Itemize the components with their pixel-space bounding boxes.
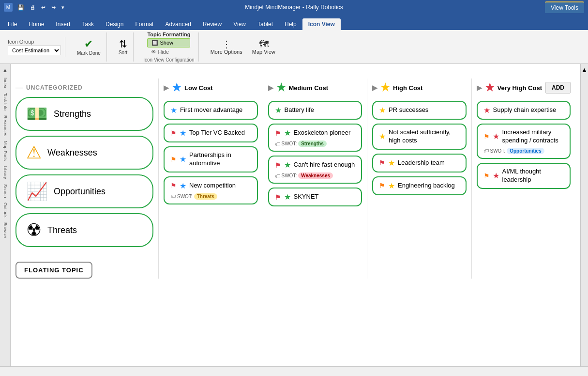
tab-advanced[interactable]: Advanced (159, 18, 196, 30)
tab-home[interactable]: Home (23, 18, 50, 30)
sidebar-item-taskinfo[interactable]: Task Info (2, 91, 9, 112)
hide-icon: 👁 (151, 49, 156, 55)
weaknesses-card[interactable]: ⚠ Weaknesses (15, 136, 153, 170)
card-military-content: ⚑ ★ Increased military spending / contra… (483, 128, 564, 145)
star-green-icon3: ★ (284, 160, 291, 170)
tab-task[interactable]: Task (76, 18, 100, 30)
sort-button[interactable]: ⇅ Sort (117, 37, 129, 56)
flag-red-icon: ⚑ (170, 129, 177, 137)
col-very-toggle[interactable]: ▶ (477, 84, 482, 92)
add-button[interactable]: ADD (545, 82, 571, 94)
card-supply-chain[interactable]: ★ Supply chain expertise (477, 101, 571, 120)
topic-formatting-label: Topic Formatting (147, 31, 190, 37)
card-exoskeleton[interactable]: ⚑ ★ Exoskeleton pioneer 🏷 SWOT: Strength… (268, 124, 362, 152)
tab-insert[interactable]: Insert (50, 18, 76, 30)
tab-design[interactable]: Design (100, 18, 129, 30)
sidebar-item-browser[interactable]: Browser (2, 220, 9, 240)
card-cant-hire[interactable]: ⚑ ★ Can't hire fast enough 🏷 SWOT: Weakn… (268, 156, 362, 184)
content-area[interactable]: — UNCATEGORIZED 💵 Strengths ⚠ Weaknesses (11, 64, 580, 366)
top-vc-text: Top Tier VC Backed (189, 129, 245, 137)
view-tools-tab[interactable]: View Tools (545, 1, 584, 13)
tab-review[interactable]: Review (197, 18, 227, 30)
floating-topic[interactable]: FLOATING TOPIC (15, 262, 92, 279)
more-options-button[interactable]: ⋮ More Options (209, 38, 244, 56)
sidebar-item-library[interactable]: Library (2, 164, 9, 181)
icon-group-area: Icon Group Cost Estimation (4, 37, 65, 57)
star-green-icon4: ★ (284, 192, 291, 202)
weaknesses-label: Weaknesses (47, 148, 97, 158)
qa-save[interactable]: 💾 (15, 3, 26, 12)
uncategorized-label: UNCATEGORIZED (26, 84, 83, 91)
flag-red-icon5: ⚑ (275, 193, 281, 201)
star-blue-icon4: ★ (180, 181, 186, 190)
qa-menu[interactable]: ▾ (60, 3, 66, 12)
partnerships-text: Partnerships in automotive (189, 151, 251, 168)
card-first-mover[interactable]: ★ First mover advantage (164, 101, 258, 120)
col-medium-toggle[interactable]: ▶ (268, 84, 273, 92)
sidebar-item-index[interactable]: Index (2, 76, 9, 90)
star-blue-icon: ★ (170, 106, 177, 115)
card-new-competition[interactable]: ⚑ ★ New competition 🏷 SWOT: Threats (164, 176, 258, 204)
left-sidebar: ▲ Index Task Info Resources Map Parts Li… (0, 64, 11, 366)
card-eng-backlog[interactable]: ⚑ ★ Engineering backlog (372, 176, 467, 195)
qa-undo[interactable]: ↩ (39, 3, 47, 12)
opportunities-card[interactable]: 📈 Opportunities (15, 174, 153, 208)
right-panel-scroll[interactable]: ▲ (581, 66, 588, 74)
tab-file[interactable]: File (2, 18, 23, 30)
card-military[interactable]: ⚑ ★ Increased military spending / contra… (477, 124, 571, 159)
collapse-button[interactable]: ▲ (1, 66, 9, 75)
map-view-button[interactable]: 🗺 Map View (250, 38, 277, 56)
card-not-scaled-content: ★ Not scaled sufficiently, high costs (379, 128, 460, 145)
card-supply-chain-content: ★ Supply chain expertise (483, 106, 564, 115)
tab-tablet[interactable]: Tablet (252, 18, 279, 30)
hide-button[interactable]: 👁 Hide (147, 48, 190, 56)
exoskeleton-text: Exoskeleton pioneer (294, 129, 351, 137)
tab-icon-view[interactable]: Icon View (302, 18, 341, 30)
star-red-icon: ★ (483, 106, 490, 115)
low-cost-label: Low Cost (184, 84, 213, 92)
tab-help[interactable]: Help (279, 18, 302, 30)
icon-group-select[interactable]: Cost Estimation (8, 46, 61, 55)
mark-done-group: ✔ Mark Done (71, 32, 107, 62)
map-view-icon: 🗺 (259, 39, 269, 49)
card-pr[interactable]: ★ PR successes (372, 101, 467, 120)
skynet-text: SKYNET (294, 193, 319, 201)
card-first-mover-content: ★ First mover advantage (170, 106, 251, 115)
qa-print[interactable]: 🖨 (28, 3, 37, 12)
flag-red-icon3: ⚑ (275, 129, 281, 137)
strengths-icon: 💵 (26, 104, 48, 124)
tab-view[interactable]: View (227, 18, 252, 30)
sidebar-item-outlook[interactable]: Outlook (2, 201, 9, 219)
more-options-icon: ⋮ (222, 39, 231, 49)
window-title: Mindjet MindManager - Rally Robotics (245, 4, 343, 11)
opportunities-icon: 📈 (26, 181, 48, 202)
sort-label: Sort (119, 50, 127, 55)
card-partnerships[interactable]: ⚑ ★ Partnerships in automotive (164, 146, 258, 172)
sidebar-item-search[interactable]: Search (2, 182, 9, 200)
sidebar-item-mapparts[interactable]: Map Parts (2, 139, 9, 163)
strengths-card[interactable]: 💵 Strengths (15, 97, 153, 131)
card-top-vc[interactable]: ⚑ ★ Top Tier VC Backed (164, 124, 258, 142)
card-not-scaled[interactable]: ★ Not scaled sufficiently, high costs (372, 124, 467, 150)
tab-format[interactable]: Format (129, 18, 159, 30)
qa-redo[interactable]: ↪ (49, 3, 58, 12)
threats-label: Threats (47, 225, 77, 235)
uncategorized-header: — UNCATEGORIZED (15, 78, 153, 97)
col-low-toggle[interactable]: ▶ (164, 84, 169, 92)
mark-done-button[interactable]: ✔ Mark Done (75, 37, 103, 57)
card-ai-ml[interactable]: ⚑ ★ AI/ML thought leadership (477, 163, 571, 189)
card-skynet[interactable]: ⚑ ★ SKYNET (268, 188, 362, 206)
swot-strengths-label: Strengths (298, 141, 327, 147)
card-battery[interactable]: ★ Battery life (268, 101, 362, 120)
threats-card[interactable]: ☢ Threats (15, 213, 153, 247)
card-leadership[interactable]: ⚑ ★ Leadership team (372, 154, 467, 172)
col-medium-cost: ▶ ★ Medium Cost ★ Battery life (263, 78, 367, 279)
flag-orange-icon: ⚑ (170, 156, 177, 163)
star-green-icon2: ★ (284, 128, 291, 138)
show-button[interactable]: 🔲 Show (147, 38, 190, 47)
checkmark-icon: ✔ (84, 38, 93, 50)
col-high-toggle[interactable]: ▶ (372, 84, 377, 92)
sidebar-item-resources[interactable]: Resources (2, 113, 9, 138)
high-cost-header: ▶ ★ High Cost (372, 78, 467, 97)
card-top-vc-content: ⚑ ★ Top Tier VC Backed (170, 128, 251, 138)
